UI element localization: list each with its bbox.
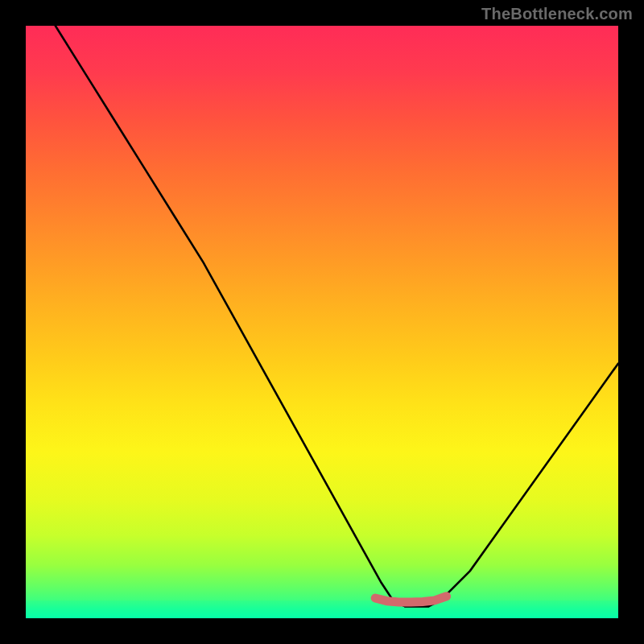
bottleneck-curve-right [393,364,618,607]
optimal-marker-curve [375,597,446,602]
bottleneck-curve-left [56,26,429,606]
chart-container: TheBottleneck.com [0,0,644,644]
curve-overlay [26,26,618,618]
plot-area [26,26,618,618]
attribution-watermark: TheBottleneck.com [481,5,633,23]
